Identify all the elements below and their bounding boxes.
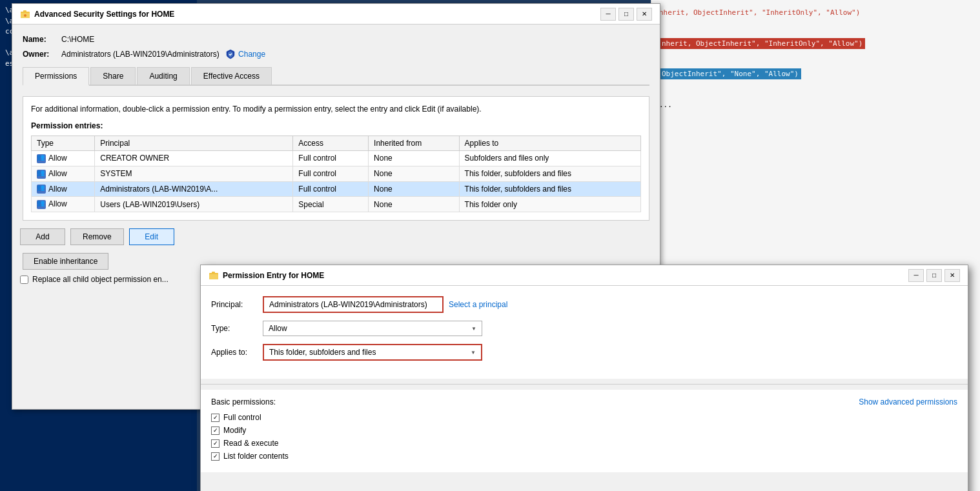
table-row[interactable]: Allow Users (LAB-WIN2019\Users) Special … bbox=[32, 197, 641, 212]
principal-value-box: Administrators (LAB-WIN2019\Administrato… bbox=[263, 296, 444, 313]
col-type: Type bbox=[32, 136, 95, 151]
perm-entry-controls: ─ □ ✕ bbox=[908, 269, 960, 282]
col-inherited-from: Inherited from bbox=[369, 136, 459, 151]
read-execute-checkbox[interactable] bbox=[211, 439, 219, 448]
modify-checkbox[interactable] bbox=[211, 426, 219, 435]
main-dialog-title: Advanced Security Settings for HOME bbox=[34, 10, 174, 19]
perm-entry-minimize-btn[interactable]: ─ bbox=[908, 269, 924, 282]
main-dialog-minimize-btn[interactable]: ─ bbox=[600, 8, 616, 21]
svg-rect-6 bbox=[212, 272, 215, 274]
basic-perms-header: Basic permissions: Show advanced permiss… bbox=[211, 397, 957, 406]
tab-permissions[interactable]: Permissions bbox=[23, 67, 89, 86]
type-dropdown[interactable]: Allow ▼ bbox=[263, 321, 482, 336]
main-dialog-title-area: Advanced Security Settings for HOME bbox=[20, 9, 174, 19]
principal-row: Principal: Administrators (LAB-WIN2019\A… bbox=[211, 296, 957, 313]
owner-value: Administrators (LAB-WIN2019\Administrato… bbox=[61, 50, 219, 59]
shield-uac-icon bbox=[225, 49, 236, 59]
dialog-body-panel: For additional information, double-click… bbox=[23, 96, 649, 221]
code-line-4 bbox=[657, 51, 975, 66]
svg-rect-5 bbox=[209, 274, 218, 279]
code-highlight-blue: ObjectInherit", "None", "Allow") bbox=[659, 68, 801, 79]
user-icon bbox=[37, 154, 46, 163]
table-row[interactable]: Allow CREATOR OWNER Full control None Su… bbox=[32, 151, 641, 166]
type-dropdown-value: Allow bbox=[269, 324, 287, 333]
svg-rect-2 bbox=[23, 10, 26, 12]
code-line-2 bbox=[657, 21, 975, 36]
main-dialog-action-buttons: Add Remove Edit bbox=[12, 228, 660, 253]
table-row[interactable]: Allow Administrators (LAB-WIN2019\A... F… bbox=[32, 181, 641, 197]
code-line-6 bbox=[657, 82, 975, 97]
code-line-1: nherit, ObjectInherit", "InheritOnly", "… bbox=[657, 5, 975, 21]
applies-to-label: Applies to: bbox=[211, 348, 263, 357]
show-advanced-link[interactable]: Show advanced permissions bbox=[859, 397, 957, 406]
code-line-3: nherit, ObjectInherit", "InheritOnly", "… bbox=[657, 36, 975, 52]
full-control-checkbox[interactable] bbox=[211, 414, 219, 422]
security-folder-icon bbox=[20, 9, 30, 19]
main-dialog-maximize-btn[interactable]: □ bbox=[618, 8, 634, 21]
owner-label: Owner: bbox=[23, 50, 61, 59]
enable-inheritance-button[interactable]: Enable inheritance bbox=[23, 253, 108, 270]
remove-button[interactable]: Remove bbox=[70, 228, 124, 245]
perm-modify-row: Modify bbox=[211, 426, 957, 435]
edit-button[interactable]: Edit bbox=[129, 228, 174, 245]
perm-entry-close-btn[interactable]: ✕ bbox=[944, 269, 960, 282]
permission-table: Type Principal Access Inherited from App… bbox=[31, 135, 641, 212]
name-row: Name: C:\HOME bbox=[23, 35, 649, 44]
list-folder-checkbox[interactable] bbox=[211, 452, 219, 461]
main-dialog-controls: ─ □ ✕ bbox=[600, 8, 652, 21]
user-icon bbox=[37, 185, 46, 194]
name-label: Name: bbox=[23, 35, 61, 44]
replace-checkbox[interactable] bbox=[20, 276, 28, 284]
applies-to-dropdown-arrow: ▼ bbox=[471, 350, 476, 356]
main-dialog-content: Name: C:\HOME Owner: Administrators (LAB… bbox=[12, 25, 660, 96]
info-text: For additional information, double-click… bbox=[31, 105, 641, 114]
code-line-7: ... bbox=[657, 97, 975, 113]
owner-row: Owner: Administrators (LAB-WIN2019\Admin… bbox=[23, 49, 649, 59]
type-dropdown-arrow: ▼ bbox=[471, 326, 476, 332]
perm-entry-folder-icon bbox=[209, 270, 219, 281]
applies-to-dropdown-value: This folder, subfolders and files bbox=[269, 348, 376, 357]
tab-effective-access[interactable]: Effective Access bbox=[191, 67, 272, 85]
main-dialog-close-btn[interactable]: ✕ bbox=[637, 8, 652, 21]
list-folder-label: List folder contents bbox=[223, 452, 289, 461]
type-row: Type: Allow ▼ bbox=[211, 321, 957, 336]
perm-read-execute-row: Read & execute bbox=[211, 439, 957, 448]
col-access: Access bbox=[293, 136, 369, 151]
tab-share[interactable]: Share bbox=[90, 67, 136, 85]
add-button[interactable]: Add bbox=[20, 228, 65, 245]
perm-entry-title-area: Permission Entry for HOME bbox=[209, 270, 324, 281]
change-link[interactable]: Change bbox=[238, 50, 265, 59]
tabs-container: Permissions Share Auditing Effective Acc… bbox=[23, 67, 649, 86]
perm-full-control-row: Full control bbox=[211, 413, 957, 422]
principal-label: Principal: bbox=[211, 300, 263, 309]
perm-entry-content: Principal: Administrators (LAB-WIN2019\A… bbox=[201, 286, 968, 379]
main-dialog-titlebar: Advanced Security Settings for HOME ─ □ … bbox=[12, 4, 660, 25]
svg-point-3 bbox=[24, 14, 26, 17]
name-value: C:\HOME bbox=[61, 35, 94, 44]
col-applies-to: Applies to bbox=[459, 136, 640, 151]
full-control-label: Full control bbox=[223, 413, 261, 422]
basic-permissions-section: Basic permissions: Show advanced permiss… bbox=[201, 390, 968, 472]
read-execute-label: Read & execute bbox=[223, 439, 278, 448]
permission-entry-dialog: Permission Entry for HOME ─ □ ✕ Principa… bbox=[200, 265, 968, 491]
select-principal-link[interactable]: Select a principal bbox=[449, 300, 507, 309]
code-line-5: ObjectInherit", "None", "Allow") bbox=[657, 66, 975, 82]
applies-to-row: Applies to: This folder, subfolders and … bbox=[211, 344, 957, 361]
basic-permissions-label: Basic permissions: bbox=[211, 397, 276, 406]
section-divider bbox=[201, 384, 968, 385]
applies-to-dropdown[interactable]: This folder, subfolders and files ▼ bbox=[263, 344, 482, 361]
permission-entries-label: Permission entries: bbox=[31, 121, 641, 130]
replace-checkbox-label: Replace all child object permission en..… bbox=[32, 275, 168, 284]
perm-entry-titlebar: Permission Entry for HOME ─ □ ✕ bbox=[201, 265, 968, 286]
perm-entry-title: Permission Entry for HOME bbox=[223, 271, 324, 280]
table-row[interactable]: Allow SYSTEM Full control None This fold… bbox=[32, 166, 641, 181]
user-icon bbox=[37, 200, 46, 209]
tab-auditing[interactable]: Auditing bbox=[137, 67, 189, 85]
type-label: Type: bbox=[211, 324, 263, 333]
perm-list-folder-row: List folder contents bbox=[211, 452, 957, 461]
col-principal: Principal bbox=[95, 136, 293, 151]
principal-value: Administrators (LAB-WIN2019\Administrato… bbox=[269, 300, 427, 309]
code-highlight-red: nherit, ObjectInherit", "InheritOnly", "… bbox=[659, 38, 865, 49]
modify-label: Modify bbox=[223, 426, 246, 435]
perm-entry-maximize-btn[interactable]: □ bbox=[926, 269, 942, 282]
